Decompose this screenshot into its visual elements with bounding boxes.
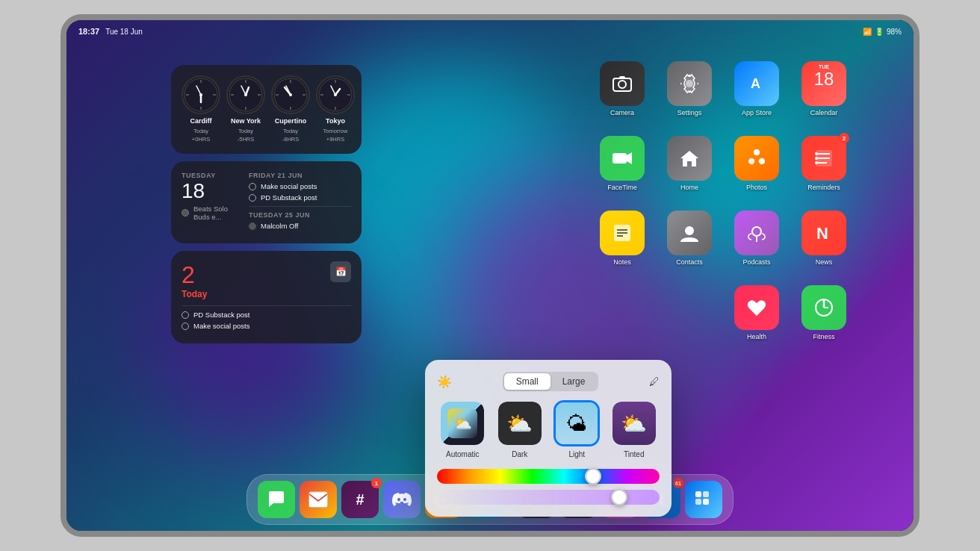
style-dark-label: Dark [512, 450, 527, 458]
opacity-track[interactable] [437, 490, 660, 505]
battery-icon: 🔋 [875, 28, 884, 36]
app-facetime-label: FaceTime [607, 184, 637, 191]
reminder-item-2: Make social posts [182, 322, 351, 330]
style-light-label: Light [568, 450, 585, 458]
app-notes-label: Notes [613, 258, 631, 266]
size-segmented-control[interactable]: Small Large [503, 372, 599, 391]
style-tinted[interactable]: ⛅ Tinted [611, 400, 657, 458]
reminders-badge: 2 [839, 133, 849, 143]
svg-point-64 [403, 498, 406, 501]
wifi-icon: 📶 [863, 28, 872, 36]
svg-rect-75 [695, 491, 701, 497]
app-fitness-label: Fitness [813, 333, 834, 340]
app-calendar[interactable]: TUE 18 Calendar [794, 61, 854, 128]
clock-city-cupertino: Cupertino Today-8HRS [271, 75, 310, 143]
svg-rect-76 [703, 491, 709, 497]
status-date: Tue 18 Jun [105, 28, 143, 36]
dock-launchpad[interactable] [685, 481, 722, 518]
clock-widget: Cardiff Today+0HRS [171, 65, 362, 154]
app-news[interactable]: N News [794, 211, 854, 278]
clock-city-name-cupertino: Cupertino [275, 117, 307, 125]
style-dark[interactable]: ⛅ Dark [497, 400, 543, 458]
clock-city-name-newyork: New York [231, 117, 261, 125]
color-slider[interactable] [437, 469, 660, 484]
dock-gmail[interactable] [300, 481, 337, 518]
size-large-button[interactable]: Large [551, 373, 598, 390]
clock-city-name-tokyo: Tokyo [326, 117, 345, 125]
clock-face-cardiff [182, 75, 220, 114]
size-small-button[interactable]: Small [504, 373, 551, 390]
app-fitness[interactable]: Fitness [794, 285, 854, 352]
opacity-thumb[interactable] [611, 489, 627, 505]
app-health[interactable]: Health [727, 285, 787, 352]
dock-discord[interactable] [383, 481, 421, 518]
svg-point-43 [758, 158, 766, 166]
app-appstore[interactable]: A App Store [727, 61, 787, 128]
svg-rect-34 [619, 76, 625, 79]
svg-point-57 [752, 227, 761, 236]
clock-city-tokyo: Tokyo Tomorrow+9HRS [316, 75, 355, 143]
svg-text:N: N [816, 224, 828, 243]
reminders-count-widget: 2 Today 📅 PD Substack post Make social p… [171, 251, 362, 343]
svg-rect-78 [703, 499, 709, 505]
app-photos-label: Photos [746, 184, 767, 191]
svg-point-7 [199, 93, 202, 96]
app-grid: Camera Settings A App Sto [592, 61, 854, 352]
facebook-badge: 61 [673, 478, 683, 488]
app-reminders[interactable]: 2 Reminders [794, 136, 854, 203]
app-photos[interactable]: Photos [727, 136, 787, 203]
app-contacts[interactable]: Contacts [660, 211, 719, 278]
color-thumb[interactable] [585, 468, 601, 485]
style-automatic[interactable]: ⛅ Automatic [439, 400, 486, 458]
svg-point-50 [815, 157, 818, 160]
widget-reminder-1: Beats Solo Buds e... [182, 205, 241, 221]
reminders-today-label: Today [182, 289, 207, 299]
clock-face-cupertino [271, 75, 310, 114]
eyedropper-icon[interactable]: 🖊 [649, 376, 660, 387]
svg-rect-37 [612, 153, 627, 164]
svg-point-31 [334, 93, 337, 96]
style-tinted-label: Tinted [624, 450, 644, 458]
reminder-item-1: PD Substack post [182, 311, 351, 319]
clock-city-name-cardiff: Cardiff [190, 117, 212, 125]
svg-point-56 [685, 226, 694, 235]
app-podcasts-label: Podcasts [742, 258, 770, 266]
opacity-slider[interactable] [437, 490, 660, 505]
app-settings-label: Settings [677, 109, 702, 116]
color-track[interactable] [437, 469, 660, 484]
app-camera-label: Camera [610, 109, 634, 116]
widget-section-header-2: TUESDAY 25 JUN [249, 211, 351, 219]
style-light[interactable]: 🌤 Light [553, 400, 600, 458]
ipad-screen: 18:37 Tue 18 Jun 📶 🔋 98% [66, 20, 914, 531]
reminders-calendar-icon: 📅 [330, 261, 351, 282]
app-appstore-label: App Store [742, 109, 772, 116]
app-camera[interactable]: Camera [592, 61, 652, 128]
svg-point-15 [244, 93, 247, 96]
dock-messages[interactable] [258, 481, 295, 518]
svg-point-49 [815, 152, 818, 155]
app-contacts-label: Contacts [676, 258, 703, 266]
clock-face-tokyo [316, 75, 355, 114]
app-podcasts[interactable]: Podcasts [727, 211, 787, 278]
svg-point-44 [748, 158, 756, 166]
svg-point-23 [289, 93, 292, 96]
status-time: 18:37 [78, 27, 99, 36]
app-health-label: Health [747, 333, 766, 340]
app-home-label: Home [680, 184, 698, 191]
app-news-label: News [816, 258, 833, 266]
slack-badge: 1 [371, 478, 382, 488]
widget-section-header-1: FRIDAY 21 JUN [249, 172, 351, 179]
app-settings[interactable]: Settings [660, 61, 719, 128]
widget-styles-row: ⛅ Automatic ⛅ Dark [437, 400, 660, 458]
app-facetime[interactable]: FaceTime [592, 136, 652, 203]
calendar-widget: TUESDAY 18 Beats Solo Buds e... FRIDAY 2… [171, 161, 362, 243]
ipad-frame: 18:37 Tue 18 Jun 📶 🔋 98% [61, 14, 919, 537]
status-icons: 📶 🔋 98% [863, 28, 902, 36]
app-home[interactable]: Home [660, 136, 719, 203]
reminders-count: 2 [182, 261, 207, 289]
dock-slack[interactable]: 1 # [341, 481, 379, 518]
svg-point-42 [754, 149, 760, 155]
app-notes[interactable]: Notes [592, 211, 652, 278]
weather-style-popup: ☀️ Small Large 🖊 ⛅ [425, 360, 672, 517]
style-automatic-label: Automatic [446, 450, 479, 458]
